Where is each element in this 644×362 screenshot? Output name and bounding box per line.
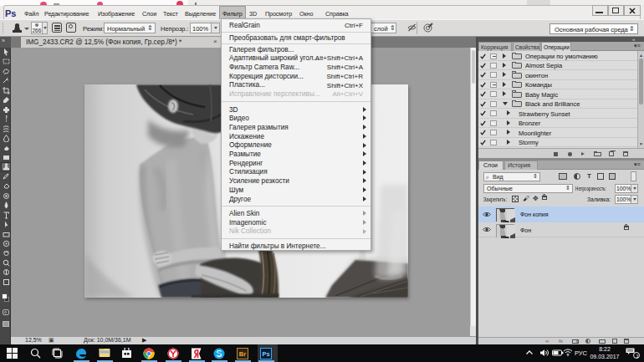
svg-text:Ps: Ps — [262, 350, 269, 358]
svg-text:Br: Br — [239, 350, 246, 358]
